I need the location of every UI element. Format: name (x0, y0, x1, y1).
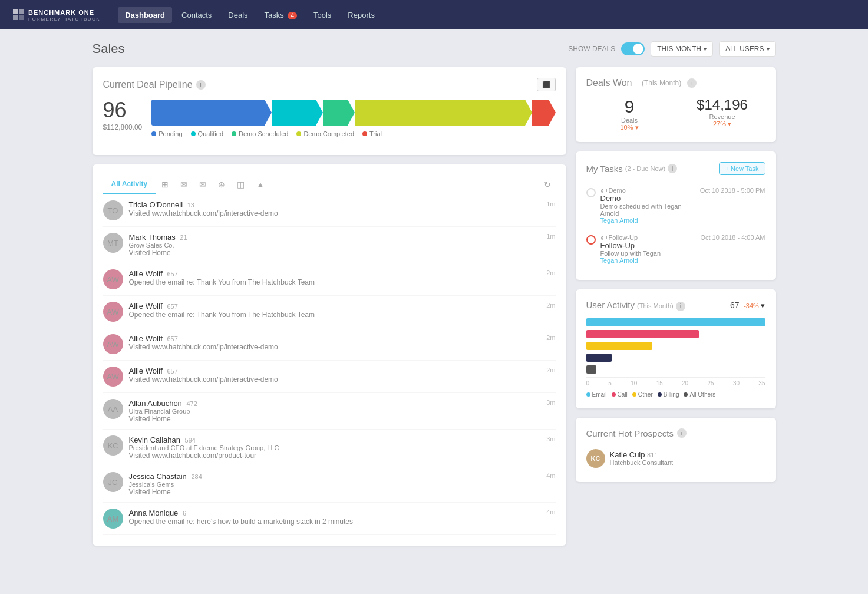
tab-tag-icon[interactable]: ⊛ (212, 175, 231, 194)
right-col: Deals Won (This Month) i 9 Deals 10% ▾ $… (576, 67, 776, 546)
tasks-info-icon[interactable]: i (668, 164, 677, 173)
tab-grid-icon[interactable]: ⊞ (156, 175, 174, 194)
activity-tabs: All Activity ⊞ ✉ ✉ ⊛ ◫ ▲ ↻ (103, 175, 556, 194)
activity-content: Allie Wolff 657 Opened the email re: Tha… (129, 269, 541, 286)
task-info: 🏷 Follow-Up Follow-Up Follow up with Teg… (600, 234, 696, 264)
prospect-avatar: KC (586, 449, 605, 468)
activity-item[interactable]: JC Jessica Chastain 284 Jessica's Gems V… (103, 466, 556, 503)
legend-label-qualified: Qualified (198, 130, 223, 137)
bar-arrow-1 (265, 100, 272, 126)
activity-action: Visited www.hatchbuck.com/lp/interactive… (129, 375, 541, 384)
activity-content: Allie Wolff 657 Opened the email re: Tha… (129, 302, 541, 319)
bar-arrow-4 (525, 100, 532, 126)
tab-email-icon[interactable]: ✉ (174, 175, 193, 194)
activity-content: Anna Monique 6 Opened the email re: here… (129, 509, 541, 526)
activity-score: 21 (180, 234, 187, 241)
activity-item[interactable]: KC Kevin Callahan 594 President and CEO … (103, 430, 556, 466)
prospects-panel: Current Hot Prospects i KC Katie Culp 81… (576, 418, 776, 482)
show-deals-toggle[interactable] (621, 42, 645, 55)
activity-name: Tricia O'Donnell 13 (129, 200, 541, 209)
activity-item[interactable]: MT Mark Thomas 21 Grow Sales Co. Visited… (103, 227, 556, 263)
ua-chart (586, 318, 765, 374)
deals-won-info-icon[interactable]: i (687, 78, 697, 88)
activity-score: 13 (187, 202, 194, 209)
task-name: Follow-Up (600, 241, 696, 250)
activity-content: Kevin Callahan 594 President and CEO at … (129, 435, 541, 460)
activity-name: Allie Wolff 657 (129, 302, 541, 311)
activity-list: TO Tricia O'Donnell 13 Visited www.hatch… (103, 194, 556, 535)
nav-tasks[interactable]: Tasks 4 (258, 7, 304, 23)
activity-name: Mark Thomas 21 (129, 233, 541, 242)
activity-item[interactable]: AW Allie Wolff 657 Visited www.hatchbuck… (103, 361, 556, 393)
activity-item[interactable]: AW Allie Wolff 657 Opened the email re: … (103, 296, 556, 328)
ua-header: User Activity (This Month) i 67 -34% ▾ (586, 300, 765, 311)
activity-score: 657 (167, 303, 177, 310)
task-person[interactable]: Tegan Arnold (600, 217, 695, 224)
activity-item[interactable]: TO Tricia O'Donnell 13 Visited www.hatch… (103, 194, 556, 227)
task-person[interactable]: Tegan Arnold (600, 257, 696, 264)
prospects-list: KC Katie Culp 811 Hatchbuck Consultant (586, 446, 765, 471)
nav-reports[interactable]: Reports (341, 7, 382, 23)
svg-rect-1 (19, 9, 24, 14)
activity-action: Opened the email re: Thank You from The … (129, 311, 541, 319)
tasks-title: My Tasks (586, 164, 623, 174)
legend-label-demo-completed: Demo Completed (303, 130, 354, 137)
new-task-button[interactable]: + New Task (719, 162, 765, 175)
chart-axis: 05101520253035 (586, 377, 765, 387)
bar-end-arrow (549, 100, 556, 126)
task-radio[interactable] (586, 235, 596, 245)
nav-deals[interactable]: Deals (221, 7, 255, 23)
pipeline-count: 96 (103, 100, 143, 121)
activity-content: Tricia O'Donnell 13 Visited www.hatchbuc… (129, 200, 541, 217)
pipeline-panel: Current Deal Pipeline i ⬛ 96 $112,800.00 (93, 67, 566, 155)
tab-alert-icon[interactable]: ▲ (250, 175, 270, 194)
chart-legend-item: Email (586, 391, 607, 398)
activity-action: Opened the email re: Thank You from The … (129, 278, 541, 286)
legend-pending: Pending (151, 130, 182, 137)
activity-item[interactable]: AW Allie Wolff 657 Visited www.hatchbuck… (103, 328, 556, 361)
activity-action: Visited www.hatchbuck.com/product-tour (129, 451, 541, 460)
pipeline-info-icon[interactable]: i (196, 80, 206, 90)
nav-tools[interactable]: Tools (306, 7, 338, 23)
activity-company: President and CEO at Extreme Strategy Gr… (129, 444, 541, 451)
nav-dashboard[interactable]: Dashboard (118, 7, 172, 23)
nav-contacts[interactable]: Contacts (174, 7, 219, 23)
activity-item[interactable]: AM Anna Monique 6 Opened the email re: h… (103, 503, 556, 535)
chart-legend: EmailCallOtherBillingAll Others (586, 391, 765, 398)
tab-email2-icon[interactable]: ✉ (193, 175, 212, 194)
tab-all-activity[interactable]: All Activity (103, 175, 156, 194)
prospects-info-icon[interactable]: i (677, 428, 687, 438)
activity-item[interactable]: AW Allie Wolff 657 Opened the email re: … (103, 263, 556, 296)
tasks-subtitle: (2 - Due Now) (625, 165, 665, 172)
activity-time: 2m (546, 269, 555, 276)
deals-won-panel: Deals Won (This Month) i 9 Deals 10% ▾ $… (576, 67, 776, 142)
activity-time: 2m (546, 302, 555, 309)
this-month-dropdown[interactable]: THIS MONTH (651, 41, 713, 57)
tab-form-icon[interactable]: ◫ (231, 175, 250, 194)
chart-legend-dot (658, 392, 662, 397)
bar-row (586, 365, 765, 374)
task-radio[interactable] (586, 188, 596, 197)
activity-name: Anna Monique 6 (129, 509, 541, 517)
prospect-item[interactable]: KC Katie Culp 811 Hatchbuck Consultant (586, 446, 765, 471)
legend-dot-demo-completed (296, 131, 301, 136)
bar-pending (151, 100, 265, 126)
activity-action: Visited Home (129, 249, 541, 257)
activity-avatar: AW (103, 367, 123, 387)
activity-score: 657 (167, 335, 177, 342)
activity-time: 1m (546, 200, 555, 207)
pipeline-bar (151, 100, 555, 126)
activity-item[interactable]: AA Allan Aubuchon 472 Ultra Financial Gr… (103, 393, 556, 430)
refresh-button[interactable]: ↻ (539, 175, 556, 194)
chart-legend-dot (632, 392, 636, 397)
ua-info-icon[interactable]: i (676, 302, 685, 311)
activity-panel: All Activity ⊞ ✉ ✉ ⊛ ◫ ▲ ↻ TO Tricia O'D… (93, 164, 566, 546)
bar-row (586, 354, 765, 362)
legend-label-demo-scheduled: Demo Scheduled (239, 130, 288, 137)
navbar: BENCHMARK ONE FORMERLY HATCHBUCK Dashboa… (0, 0, 868, 29)
activity-time: 4m (546, 472, 555, 479)
activity-name: Jessica Chastain 284 (129, 472, 541, 481)
export-button[interactable]: ⬛ (537, 78, 556, 91)
all-users-dropdown[interactable]: ALL USERS (719, 41, 776, 57)
ua-change: -34% (744, 302, 759, 309)
